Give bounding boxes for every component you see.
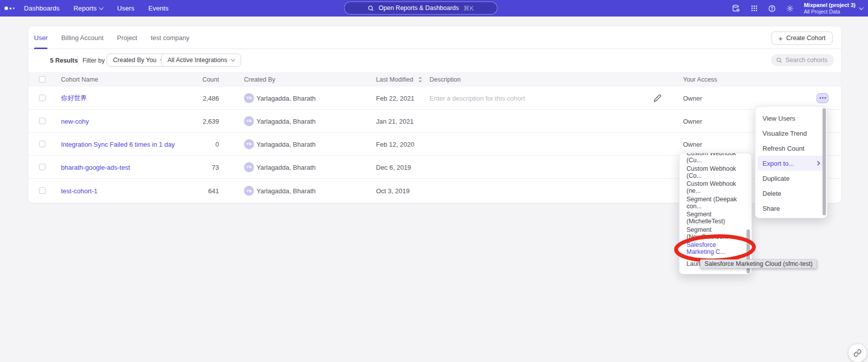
top-nav: Dashboards Reports Users Events Open Rep…	[0, 0, 868, 17]
cohort-name-link[interactable]: bharath-google-ads-test	[61, 163, 130, 171]
cohort-name-link[interactable]: 你好世界	[61, 94, 87, 103]
created-by-name: Yarlagadda, Bharath	[256, 187, 316, 195]
nav-reports-label: Reports	[74, 5, 96, 12]
submenu-item-salesforce-marketing-cloud[interactable]: Salesforce Marketing C...	[680, 241, 752, 256]
global-search-placeholder: Open Reports & Dashboards	[378, 5, 459, 12]
integrations-filter[interactable]: All Active Integrations	[161, 54, 241, 67]
context-menu-scrollbar[interactable]	[822, 108, 826, 215]
cohort-count: 641	[164, 187, 219, 195]
created-by-name: Yarlagadda, Bharath	[256, 140, 316, 148]
menu-item-export-to[interactable]: Export to...	[758, 156, 825, 171]
apps-grid-icon[interactable]	[750, 4, 758, 13]
data-management-icon[interactable]	[732, 4, 740, 13]
avatar: YB	[244, 162, 254, 172]
submenu-item-custom-webhook-2[interactable]: Custom Webhook (Co...	[680, 165, 752, 180]
settings-gear-icon[interactable]	[786, 4, 794, 13]
plus-icon: +	[778, 35, 783, 42]
select-all-checkbox[interactable]	[39, 76, 46, 83]
filter-by-label: Filter by	[82, 57, 104, 64]
submenu-arrow-icon	[817, 161, 820, 166]
menu-item-refresh-count[interactable]: Refresh Count	[756, 141, 827, 156]
created-by-filter[interactable]: Created By You	[106, 54, 170, 67]
cohort-count: 73	[164, 163, 219, 171]
mixpanel-logo-icon[interactable]	[4, 7, 14, 10]
chevron-down-icon	[99, 5, 104, 10]
divider	[78, 56, 78, 66]
nav-events[interactable]: Events	[148, 5, 168, 12]
export-to-label: Export to...	[762, 160, 794, 167]
last-modified-date: Feb 12, 2020	[376, 140, 414, 148]
tab-billing-account[interactable]: Billing Account	[61, 27, 104, 49]
chevron-down-icon	[230, 57, 234, 61]
last-modified-date: Feb 22, 2021	[376, 94, 414, 102]
project-selector[interactable]: Mixpanel (project 3) All Project Data	[804, 2, 856, 15]
row-checkbox[interactable]	[39, 118, 46, 124]
row-checkbox[interactable]	[39, 164, 46, 170]
project-scope: All Project Data	[804, 9, 856, 15]
edit-pencil-icon[interactable]	[654, 94, 662, 102]
create-cohort-label: Create Cohort	[786, 35, 826, 42]
nav-dashboards[interactable]: Dashboards	[24, 5, 60, 12]
cohort-name-link[interactable]: test-cohort-1	[61, 187, 98, 195]
menu-item-share[interactable]: Share	[756, 201, 827, 216]
nav-users[interactable]: Users	[117, 5, 134, 12]
avatar: YB	[244, 93, 254, 103]
access-level: Owner	[683, 117, 702, 125]
sort-icon[interactable]	[418, 77, 422, 83]
integrations-filter-label: All Active Integrations	[168, 57, 228, 64]
tab-test-company[interactable]: test company	[150, 27, 189, 49]
entity-tabbar: User Billing Account Project test compan…	[28, 27, 841, 49]
access-level: Owner	[683, 140, 702, 148]
results-count: 5 Results	[50, 57, 78, 64]
menu-item-visualize-trend[interactable]: Visualize Trend	[756, 126, 827, 141]
last-modified-date: Oct 3, 2019	[376, 187, 410, 195]
submenu-item-segment-1[interactable]: Segment (Deepak con...	[680, 195, 752, 211]
chevron-down-icon[interactable]	[859, 5, 864, 10]
row-checkbox[interactable]	[39, 95, 46, 101]
link-icon	[854, 349, 862, 357]
nav-reports[interactable]: Reports	[74, 5, 103, 12]
row-checkbox[interactable]	[39, 187, 46, 194]
header-count: Count	[164, 76, 219, 83]
global-search-bar[interactable]: Open Reports & Dashboards ⌘K	[344, 2, 498, 15]
cohort-count: 2,639	[164, 117, 219, 125]
row-checkbox[interactable]	[39, 141, 46, 147]
cohort-count: 2,486	[164, 94, 219, 102]
avatar: YB	[244, 186, 254, 196]
description-placeholder[interactable]: Enter a description for this cohort	[430, 94, 525, 102]
tooltip: Salesforce Marketing Cloud (sfmc-test)	[700, 259, 817, 268]
help-icon[interactable]	[768, 4, 776, 13]
created-by-name: Yarlagadda, Bharath	[256, 94, 316, 102]
tab-project[interactable]: Project	[117, 27, 137, 49]
last-modified-date: Dec 6, 2019	[376, 163, 411, 171]
avatar: YB	[244, 116, 254, 126]
header-last-modified[interactable]: Last Modified	[376, 76, 413, 83]
header-created-by: Created By	[244, 76, 276, 83]
submenu-item-custom-webhook-3[interactable]: Custom Webhook (ne...	[680, 180, 752, 195]
create-cohort-button[interactable]: + Create Cohort	[772, 32, 832, 45]
search-cohorts-placeholder: Search cohorts	[786, 57, 828, 64]
cohort-name-link[interactable]: Integration Sync Failed 6 times in 1 day	[61, 140, 175, 148]
row-context-menu: View Users Visualize Trend Refresh Count…	[755, 106, 828, 218]
submenu-item-segment-2[interactable]: Segment (MichelleTest)	[680, 210, 752, 226]
header-description: Description	[430, 76, 461, 83]
tab-user[interactable]: User	[34, 27, 48, 49]
created-by-name: Yarlagadda, Bharath	[256, 117, 316, 125]
submenu-item-segment-3[interactable]: Segment (NewConnec...	[680, 226, 752, 241]
search-cohorts-input[interactable]: Search cohorts	[771, 54, 834, 66]
cohort-name-link[interactable]: new-cohy	[61, 117, 89, 125]
menu-item-delete[interactable]: Delete	[756, 186, 827, 201]
search-icon	[776, 57, 782, 63]
created-by-name: Yarlagadda, Bharath	[256, 163, 316, 171]
last-modified-date: Jan 21, 2021	[376, 117, 414, 125]
row-actions-button[interactable]	[816, 93, 828, 103]
table-row: new-cohy 2,639 YB Yarlagadda, Bharath Ja…	[28, 110, 841, 133]
export-submenu: Custom Webhook (Cu... Custom Webhook (Co…	[679, 153, 752, 274]
menu-item-duplicate[interactable]: Duplicate	[756, 171, 827, 186]
submenu-item-custom-webhook-1[interactable]: Custom Webhook (Cu...	[680, 153, 752, 165]
filter-bar: 5 Results Filter by Created By You All A…	[28, 49, 841, 72]
project-name: Mixpanel (project 3)	[804, 2, 856, 9]
share-link-button[interactable]	[848, 344, 866, 362]
menu-item-view-users[interactable]: View Users	[756, 111, 827, 126]
cohort-count: 0	[164, 140, 219, 148]
